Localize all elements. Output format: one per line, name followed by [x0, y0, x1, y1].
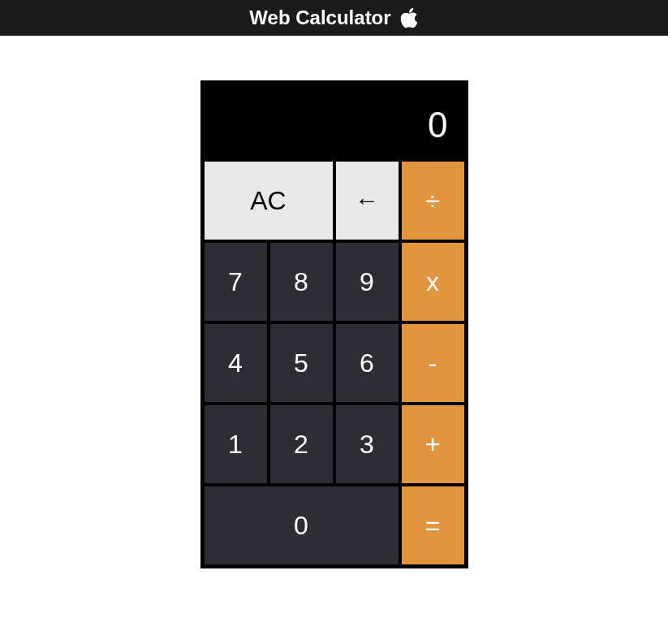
app-header: Web Calculator: [0, 0, 668, 36]
one-button[interactable]: 1: [205, 405, 267, 483]
keypad: AC ← ÷ 7 8 9 x 4 5 6 - 1 2 3 + 0 =: [205, 162, 464, 564]
subtract-button[interactable]: -: [402, 324, 464, 402]
multiply-button[interactable]: x: [402, 243, 464, 321]
zero-button[interactable]: 0: [205, 486, 399, 564]
five-button[interactable]: 5: [270, 324, 333, 402]
backspace-button[interactable]: ←: [336, 162, 399, 240]
divide-button[interactable]: ÷: [402, 162, 464, 240]
three-button[interactable]: 3: [336, 405, 399, 483]
nine-button[interactable]: 9: [336, 243, 399, 321]
equals-button[interactable]: =: [402, 486, 464, 564]
apple-icon: [399, 6, 419, 29]
seven-button[interactable]: 7: [205, 243, 267, 321]
add-button[interactable]: +: [402, 405, 464, 483]
calculator: 0 AC ← ÷ 7 8 9 x 4 5 6 - 1 2 3 + 0 =: [200, 80, 468, 568]
back-arrow-icon: ←: [355, 187, 379, 214]
six-button[interactable]: 6: [336, 324, 399, 402]
clear-button[interactable]: AC: [205, 162, 333, 240]
calculator-display: 0: [205, 84, 464, 162]
two-button[interactable]: 2: [270, 405, 333, 483]
eight-button[interactable]: 8: [270, 243, 333, 321]
four-button[interactable]: 4: [205, 324, 267, 402]
app-title: Web Calculator: [249, 6, 390, 29]
